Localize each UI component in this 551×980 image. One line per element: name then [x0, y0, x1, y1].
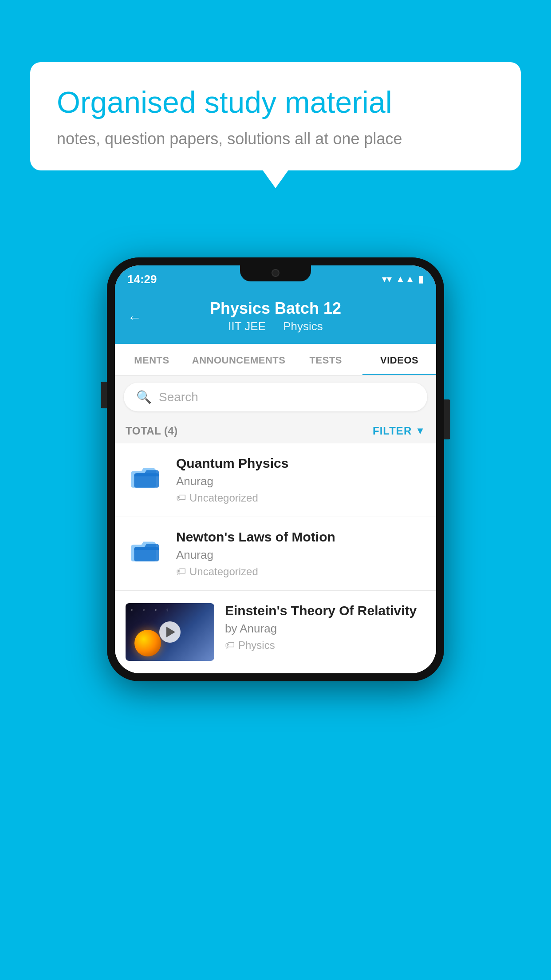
- header-title: Physics Batch 12: [127, 299, 424, 318]
- video-title: Einstein's Theory Of Relativity: [225, 603, 425, 618]
- tag-label: Uncategorized: [189, 492, 258, 504]
- subtitle-part2: Physics: [283, 320, 323, 333]
- tag-label: Uncategorized: [189, 565, 258, 578]
- tab-bar: MENTS ANNOUNCEMENTS TESTS VIDEOS: [115, 344, 436, 375]
- bubble-subtitle: notes, question papers, solutions all at…: [57, 130, 494, 148]
- video-author: Anurag: [176, 548, 425, 562]
- back-button[interactable]: ←: [127, 309, 142, 325]
- status-time: 14:29: [127, 273, 157, 286]
- tab-announcements[interactable]: ANNOUNCEMENTS: [189, 344, 289, 375]
- search-container: 🔍 Search: [115, 375, 436, 419]
- play-icon: [166, 627, 175, 637]
- phone-wrapper: 14:29 ▾▾ ▲▲ ▮ ← Physics Batch 12 IIT JEE…: [107, 257, 444, 681]
- video-info: Newton's Laws of Motion Anurag 🏷 Uncateg…: [176, 530, 425, 578]
- signal-icon: ▲▲: [395, 273, 415, 285]
- folder-icon-container: [126, 456, 165, 496]
- tag-icon: 🏷: [225, 640, 235, 651]
- bubble-title: Organised study material: [57, 84, 494, 121]
- status-icons: ▾▾ ▲▲ ▮: [382, 273, 424, 285]
- phone-outer: 14:29 ▾▾ ▲▲ ▮ ← Physics Batch 12 IIT JEE…: [107, 257, 444, 681]
- video-title: Quantum Physics: [176, 456, 425, 471]
- header-subtitle: IIT JEE Physics: [127, 320, 424, 333]
- speech-bubble-container: Organised study material notes, question…: [30, 62, 521, 170]
- tag-label: Physics: [238, 639, 275, 652]
- total-count: TOTAL (4): [126, 425, 178, 437]
- video-info: Einstein's Theory Of Relativity by Anura…: [225, 603, 425, 652]
- list-item[interactable]: Quantum Physics Anurag 🏷 Uncategorized: [115, 443, 436, 517]
- tab-tests[interactable]: TESTS: [289, 344, 362, 375]
- list-item[interactable]: Newton's Laws of Motion Anurag 🏷 Uncateg…: [115, 517, 436, 591]
- filter-bar: TOTAL (4) FILTER ▼: [115, 419, 436, 443]
- video-info: Quantum Physics Anurag 🏷 Uncategorized: [176, 456, 425, 504]
- filter-icon: ▼: [415, 425, 425, 437]
- tab-videos[interactable]: VIDEOS: [362, 344, 436, 375]
- filter-label: FILTER: [373, 425, 412, 437]
- phone-notch: [240, 265, 311, 281]
- video-list: Quantum Physics Anurag 🏷 Uncategorized: [115, 443, 436, 673]
- tag-icon: 🏷: [176, 492, 186, 504]
- video-tag: 🏷 Uncategorized: [176, 565, 425, 578]
- subtitle-part1: IIT JEE: [228, 320, 266, 333]
- space-orb: [134, 630, 161, 656]
- video-author: by Anurag: [225, 622, 425, 636]
- phone-screen: 14:29 ▾▾ ▲▲ ▮ ← Physics Batch 12 IIT JEE…: [115, 265, 436, 673]
- search-input[interactable]: Search: [159, 390, 198, 404]
- video-thumbnail: [126, 603, 214, 661]
- search-icon: 🔍: [136, 390, 152, 404]
- filter-button[interactable]: FILTER ▼: [373, 425, 425, 437]
- battery-icon: ▮: [418, 273, 424, 285]
- app-header: ← Physics Batch 12 IIT JEE Physics: [115, 290, 436, 344]
- speech-bubble: Organised study material notes, question…: [30, 62, 521, 170]
- folder-icon: [130, 534, 161, 565]
- play-button[interactable]: [159, 621, 181, 643]
- folder-icon: [130, 460, 161, 491]
- video-title: Newton's Laws of Motion: [176, 530, 425, 545]
- list-item[interactable]: Einstein's Theory Of Relativity by Anura…: [115, 591, 436, 673]
- tag-icon: 🏷: [176, 566, 186, 577]
- wifi-icon: ▾▾: [382, 273, 392, 285]
- tab-ments[interactable]: MENTS: [115, 344, 189, 375]
- folder-icon-container: [126, 530, 165, 569]
- video-author: Anurag: [176, 474, 425, 488]
- video-tag: 🏷 Uncategorized: [176, 492, 425, 504]
- front-camera: [272, 269, 279, 277]
- search-bar[interactable]: 🔍 Search: [124, 383, 427, 411]
- video-tag: 🏷 Physics: [225, 639, 425, 652]
